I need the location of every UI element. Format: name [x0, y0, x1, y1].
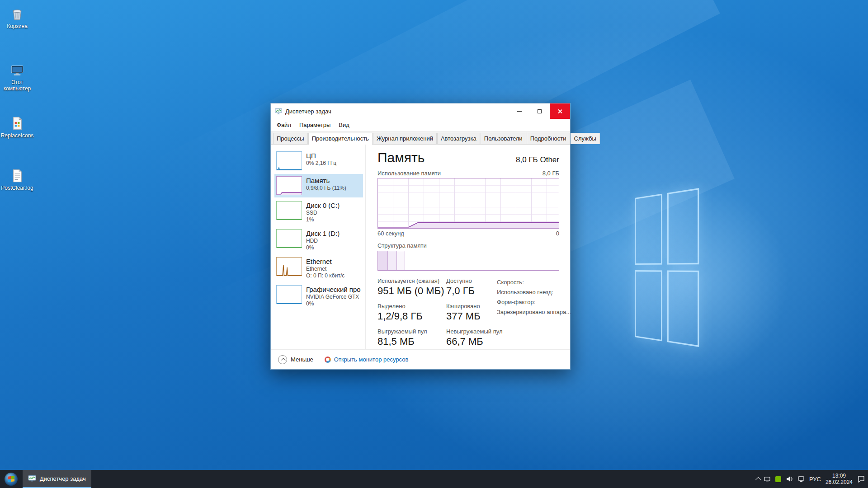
icon-label: PostClear.log [0, 185, 34, 191]
perf-item-memory[interactable]: Память 0,9/8,0 ГБ (11%) [274, 174, 363, 197]
perf-item-title: Память [306, 177, 346, 185]
window-footer: Меньше Открыть монитор ресурсов [271, 349, 570, 369]
tab-strip: Процессы Производительность Журнал прило… [271, 131, 570, 145]
touch-keyboard-icon[interactable] [764, 475, 771, 483]
desktop-icon-recycle-bin[interactable]: Корзина [0, 6, 34, 29]
stat-value: 81,5 МБ [377, 336, 446, 347]
disk0-thumbnail-chart [276, 201, 302, 220]
menu-options[interactable]: Параметры [295, 120, 335, 130]
desktop-icon-postclear-log[interactable]: PostClear.log [0, 168, 34, 191]
tab-performance[interactable]: Производительность [308, 133, 373, 145]
perf-item-title: Диск 0 (C:) [306, 202, 340, 210]
system-tray: РУС 13:09 26.02.2024 [755, 470, 865, 488]
stat-label: Кэшировано [446, 303, 497, 310]
tray-date: 26.02.2024 [826, 479, 853, 485]
disk1-thumbnail-chart [276, 229, 302, 248]
desktop-icon-replaceicons[interactable]: ReplaceIcons [0, 116, 34, 139]
tab-services[interactable]: Службы [571, 133, 600, 144]
performance-content: ЦП 0% 2,16 ГГц Память 0,9/8,0 ГБ [271, 145, 570, 349]
perf-item-cpu[interactable]: ЦП 0% 2,16 ГГц [274, 149, 363, 173]
minimize-icon [517, 111, 522, 112]
composition-segment [378, 251, 388, 270]
stat-value: 7,0 ГБ [446, 285, 497, 297]
stat-label: Доступно [446, 277, 497, 284]
perf-item-title: Диск 1 (D:) [306, 230, 340, 238]
recycle-bin-icon [9, 6, 25, 22]
memory-thumbnail-chart [276, 176, 302, 195]
open-resource-monitor-link[interactable]: Открыть монитор ресурсов [334, 356, 408, 363]
volume-icon[interactable] [786, 475, 793, 483]
stat-label: Выделено [377, 303, 446, 310]
perf-item-disk0[interactable]: Диск 0 (C:) SSD 1% [274, 199, 363, 225]
stat-label: Используется (сжатая) [377, 277, 446, 284]
x-axis-right-label: 0 [556, 230, 559, 237]
task-manager-icon [28, 474, 36, 483]
perf-item-disk1[interactable]: Диск 1 (D:) HDD 0% [274, 227, 363, 253]
show-hidden-icons-button[interactable] [755, 477, 761, 483]
taskbar: Диспетчер задач РУС 13:09 26.02.2024 [0, 470, 868, 488]
stat-value: 66,7 МБ [446, 336, 497, 347]
menu-bar: Файл Параметры Вид [271, 119, 570, 131]
start-button[interactable] [0, 470, 22, 488]
panel-title: Память [377, 150, 425, 165]
perf-item-title: Ethernet [306, 258, 344, 266]
composition-segment [388, 251, 397, 270]
icon-label: ReplaceIcons [0, 132, 34, 139]
task-manager-icon [275, 108, 282, 115]
footer-divider [319, 356, 319, 363]
composition-label: Структура памяти [377, 242, 559, 249]
composition-segment [397, 251, 405, 270]
close-icon [557, 109, 562, 114]
task-manager-window: Диспетчер задач Файл Параметры Вид Проце… [270, 103, 571, 370]
log-file-icon [9, 168, 25, 183]
fewer-details-button[interactable] [278, 355, 287, 364]
language-indicator[interactable]: РУС [809, 476, 821, 483]
tab-app-history[interactable]: Журнал приложений [373, 133, 437, 144]
fewer-details-label[interactable]: Меньше [291, 356, 313, 363]
performance-sidebar: ЦП 0% 2,16 ГГц Память 0,9/8,0 ГБ [271, 145, 366, 349]
desktop-icon-this-pc[interactable]: Этот компьютер [0, 62, 34, 92]
close-button[interactable] [550, 103, 570, 119]
perf-item-title: Графический про... [306, 286, 361, 294]
screen: Корзина Этот компьютер ReplaceIcons [0, 0, 868, 488]
icon-label: Этот компьютер [0, 79, 34, 92]
menu-view[interactable]: Вид [335, 120, 354, 130]
tab-users[interactable]: Пользователи [481, 133, 526, 144]
memory-composition-bar [377, 251, 559, 271]
tab-startup[interactable]: Автозагрузка [437, 133, 480, 144]
minimize-button[interactable] [509, 103, 529, 119]
tab-details[interactable]: Подробности [527, 133, 570, 144]
maximize-icon [538, 109, 542, 113]
resource-monitor-icon [325, 357, 331, 363]
tray-clock[interactable]: 13:09 26.02.2024 [826, 473, 853, 485]
action-center-icon[interactable] [857, 475, 865, 483]
perf-item-gpu[interactable]: Графический про... NVIDIA GeForce GTX 66… [274, 283, 363, 310]
nvidia-tray-icon[interactable] [775, 476, 781, 482]
network-icon[interactable] [797, 475, 805, 483]
window-title: Диспетчер задач [285, 108, 509, 115]
memory-usage-chart [377, 178, 559, 229]
maximize-button[interactable] [529, 103, 550, 119]
windows-logo [635, 188, 699, 347]
icon-label: Корзина [0, 23, 34, 29]
stat-value: 951 МБ (0 МБ) [377, 285, 446, 297]
memory-stats: Используется (сжатая) 951 МБ (0 МБ) Выде… [377, 277, 559, 353]
taskbar-app-task-manager[interactable]: Диспетчер задач [23, 470, 91, 488]
ethernet-thumbnail-chart [276, 257, 302, 276]
stat-label: Выгружаемый пул [377, 328, 446, 335]
this-pc-icon [9, 62, 25, 78]
tray-time: 13:09 [826, 473, 853, 479]
start-orb-icon [5, 473, 18, 486]
stat-value: 1,2/9,8 ГБ [377, 310, 446, 322]
window-titlebar[interactable]: Диспетчер задач [271, 103, 570, 119]
perf-item-ethernet[interactable]: Ethernet Ethernet О: 0 П: 0 кбит/с [274, 255, 363, 282]
x-axis-left-label: 60 секунд [377, 230, 404, 237]
perf-item-title: ЦП [306, 152, 336, 160]
menu-file[interactable]: Файл [273, 120, 295, 130]
stat-label: Невыгружаемый пул [446, 328, 497, 335]
usage-chart-label: Использование памяти [377, 170, 441, 177]
memory-detail-panel: Память 8,0 ГБ Other Использование памяти… [366, 145, 570, 349]
stat-value: 377 МБ [446, 310, 497, 322]
tab-processes[interactable]: Процессы [273, 133, 308, 144]
taskbar-app-label: Диспетчер задач [40, 475, 86, 482]
